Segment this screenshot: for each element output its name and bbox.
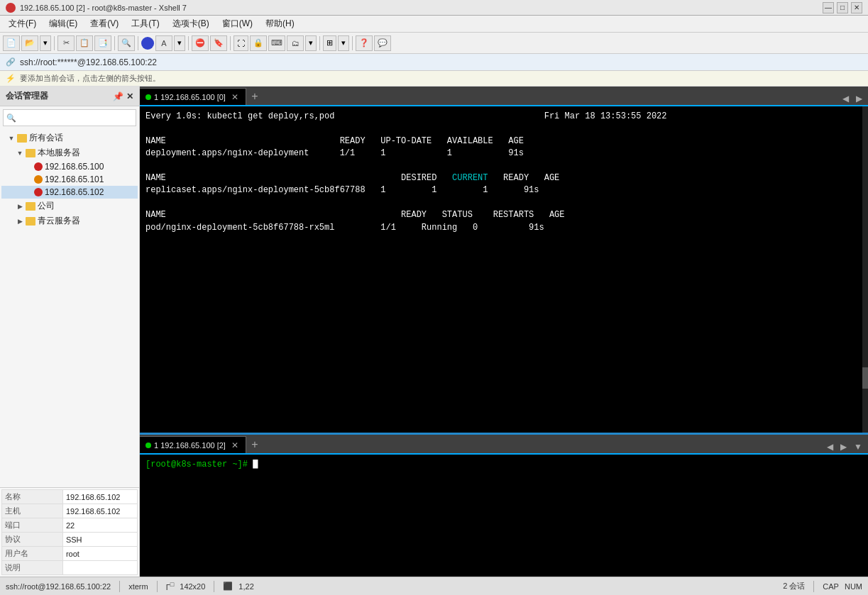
terminal-panel-top: 1 192.168.65.100 [0] ✕ + ◀ ▶ Every 1.0s:… [140,87,868,435]
maximize-button[interactable]: □ [837,2,848,13]
toolbar-dropdown-4[interactable]: ▾ [338,35,349,51]
tree-label-company: 公司 [38,200,55,212]
session-info-row-name: 名称 192.168.65.102 [2,490,138,504]
server-icon-100 [34,162,43,171]
tab-nav-left-bottom[interactable]: ◀ [824,440,836,453]
toolbar-sep-7 [352,36,353,50]
tree-item-qingyun[interactable]: ▶ 青云服务器 [1,213,138,228]
folder-icon-company [26,202,35,211]
sidebar-close-icon[interactable]: ✕ [126,91,133,101]
toolbar-dropdown-3[interactable]: ▾ [305,35,317,51]
scroll-thumb-top [862,367,868,389]
terminal-content-top[interactable]: Every 1.0s: kubectl get deploy,rs,pod Fr… [140,106,868,433]
toolbar-btn-10[interactable]: 🗂 [287,35,304,51]
cmd-line-table3-row1: pod/nginx-deployment-5cb8f67788-rx5ml 1/… [145,223,544,233]
tab-nav-bottom: ◀ ▶ ▼ [824,440,868,453]
search-icon: 🔍 [6,113,16,123]
toolbar-btn-8[interactable]: 🔒 [250,35,267,51]
cmd-line-table2-row1: replicaset.apps/nginx-deployment-5cb8f67… [145,185,539,195]
tree-item-101[interactable]: ▶ 192.168.65.101 [1,173,138,186]
terminal-bottom-tab[interactable]: 1 192.168.65.100 [2] ✕ [140,436,246,453]
search-input[interactable] [16,113,133,122]
cursor-bottom: █ [253,460,258,469]
menu-file[interactable]: 文件(F) [3,16,42,31]
status-sep-4 [813,581,814,592]
tab-nav-right[interactable]: ▶ [853,92,865,105]
terminal-content-bottom[interactable]: [root@k8s-master ~]# █ [140,455,868,577]
sidebar-header: 会话管理器 📌 ✕ [0,87,139,106]
session-info-value-protocol: SSH [62,533,137,547]
menu-window[interactable]: 窗口(W) [216,16,258,31]
address-text: ssh://root:******@192.168.65.100:22 [20,57,157,67]
toolbar-split-btn[interactable]: ⊞ [323,35,336,51]
toolbar-search-btn[interactable]: 🔍 [118,35,135,51]
menu-edit[interactable]: 编辑(E) [43,16,83,31]
menu-help[interactable]: 帮助(H) [260,16,300,31]
status-dim-value: 142x20 [180,582,205,591]
toolbar-sep-2 [114,36,115,50]
menu-bar: 文件(F) 编辑(E) 查看(V) 工具(T) 选项卡(B) 窗口(W) 帮助(… [0,16,868,33]
tab-add-top[interactable]: + [246,88,263,105]
address-icon: 🔗 [6,57,16,67]
hint-icon: ⚡ [6,74,16,83]
toolbar: 📄 📂 ▾ ✂ 📋 📑 🔍 A ▾ ⛔ 🔖 ⛶ 🔒 ⌨ 🗂 ▾ ⊞ ▾ ❓ 💬 [0,33,868,54]
tab-nav-left[interactable]: ◀ [840,92,852,105]
window-title: 192.168.65.100 [2] - root@k8s-master - X… [20,4,187,12]
tree-label-101: 192.168.65.101 [45,174,104,184]
toolbar-btn-9[interactable]: ⌨ [268,35,285,51]
scroll-indicator-top[interactable] [862,106,868,433]
toolbar-new-btn[interactable]: 📄 [3,35,20,51]
tab-nav-right-bottom[interactable]: ▶ [837,440,850,453]
tab-close-bottom[interactable]: ✕ [231,440,238,450]
toolbar-btn-7[interactable]: 🔖 [210,35,227,51]
folder-icon-all [17,134,27,143]
session-info-row-protocol: 协议 SSH [2,533,138,547]
tree-item-102[interactable]: ▶ 192.168.65.102 [1,186,138,199]
tab-label-bottom: 1 192.168.65.100 [2] [154,441,226,450]
terminal-top-tab-bar: 1 192.168.65.100 [0] ✕ + ◀ ▶ [140,87,868,106]
prompt-bottom: [root@k8s-master ~]# [145,460,253,469]
menu-tabs[interactable]: 选项卡(B) [167,16,215,31]
tab-add-bottom[interactable]: + [246,436,263,453]
menu-view[interactable]: 查看(V) [84,16,124,31]
tree-item-local-server[interactable]: ▼ 本地服务器 [1,145,138,160]
terminal-text-top: Every 1.0s: kubectl get deploy,rs,pod Fr… [145,111,862,234]
toolbar-expand-btn[interactable]: ⛶ [234,35,248,51]
session-info-value-desc [62,561,137,575]
toolbar-dropdown-2[interactable]: ▾ [174,35,185,51]
cmd-line-table1-header: NAME READY UP-TO-DATE AVAILABLE AGE [145,136,524,146]
tree-item-100[interactable]: ▶ 192.168.65.100 [1,160,138,173]
minimize-button[interactable]: — [823,2,834,13]
toolbar-open-btn[interactable]: 📂 [21,35,38,51]
toolbar-btn-3[interactable]: 📋 [76,35,93,51]
tree-item-all-sessions[interactable]: ▼ 所有会话 [1,130,138,145]
toolbar-dropdown-1[interactable]: ▾ [40,35,51,51]
tree-label-100: 192.168.65.100 [45,162,104,172]
session-info-value-port: 22 [62,518,137,533]
session-info-value-name: 192.168.65.102 [62,490,137,504]
tab-nav-top: ◀ ▶ [840,92,868,105]
toolbar-help-btn[interactable]: ❓ [356,35,373,51]
toolbar-msg-btn[interactable]: 💬 [374,35,391,51]
toolbar-btn-5[interactable]: A [155,35,172,51]
sidebar-header-icons: 📌 ✕ [113,91,133,101]
close-button[interactable]: ✕ [851,2,862,13]
tab-close-top[interactable]: ✕ [231,92,238,102]
sidebar-title: 会话管理器 [6,90,48,102]
session-info-panel: 名称 192.168.65.102 主机 192.168.65.102 端口 2… [0,487,139,577]
toolbar-btn-4[interactable]: 📑 [94,35,111,51]
toolbar-btn-6[interactable]: ⛔ [192,35,209,51]
session-info-row-desc: 说明 [2,561,138,575]
tab-label-top: 1 192.168.65.100 [0] [154,93,226,101]
session-info-table: 名称 192.168.65.102 主机 192.168.65.102 端口 2… [1,489,138,575]
toolbar-color-btn[interactable] [141,37,154,50]
sidebar-search[interactable]: 🔍 [3,109,136,126]
sidebar-pin-icon[interactable]: 📌 [113,91,123,101]
menu-tools[interactable]: 工具(T) [126,16,165,31]
tab-nav-down-bottom[interactable]: ▼ [851,440,865,453]
toolbar-btn-2[interactable]: ✂ [57,35,75,51]
tree-item-company[interactable]: ▶ 公司 [1,199,138,213]
terminal-top-tab[interactable]: 1 192.168.65.100 [0] ✕ [140,88,246,105]
session-info-label-name: 名称 [2,490,63,504]
session-info-value-host: 192.168.65.102 [62,504,137,518]
